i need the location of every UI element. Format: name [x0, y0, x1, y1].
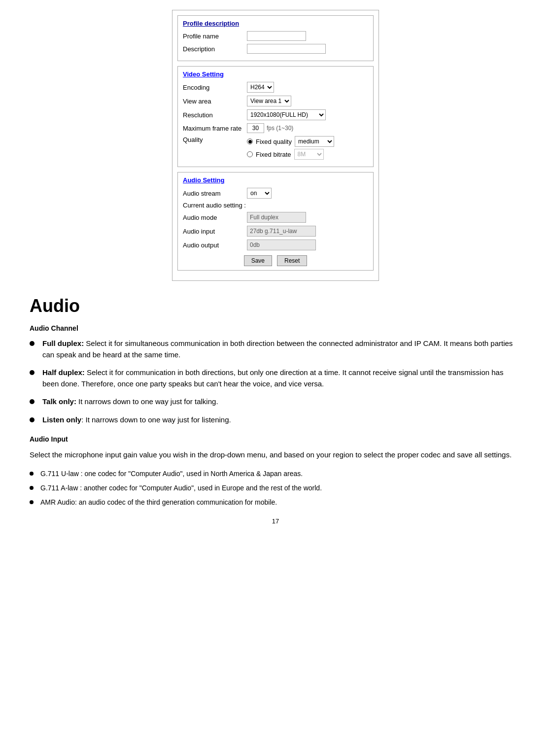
- video-setting-label: Video Setting: [183, 70, 368, 78]
- fixed-quality-select[interactable]: medium: [295, 136, 334, 147]
- save-button[interactable]: Save: [244, 255, 272, 266]
- description-input[interactable]: [247, 44, 326, 54]
- encoding-select[interactable]: H264: [247, 82, 274, 93]
- fixed-bitrate-radio[interactable]: [247, 151, 253, 157]
- reset-button[interactable]: Reset: [277, 255, 307, 266]
- audio-output-label: Audio output: [183, 241, 247, 249]
- page-number: 17: [30, 517, 521, 525]
- bullet-icon: [30, 472, 34, 476]
- audio-setting-label: Audio Setting: [183, 176, 368, 184]
- fixed-bitrate-select[interactable]: 8M: [294, 149, 324, 160]
- current-audio-label: Current audio setting :: [183, 202, 368, 209]
- audio-output-value: 0db: [247, 240, 316, 250]
- description-row: Description: [183, 44, 368, 54]
- bullet-icon: [30, 500, 34, 504]
- audio-setting-section: Audio Setting Audio stream on Current au…: [177, 172, 374, 271]
- fixed-bitrate-label: Fixed bitrate: [256, 151, 291, 158]
- bullet-icon: [30, 417, 34, 422]
- quality-options: Fixed quality medium Fixed bitrate 8M: [247, 136, 334, 160]
- audio-section: Audio Audio Channel Full duplex: Select …: [20, 296, 531, 525]
- frame-rate-label: Maximum frame rate: [183, 125, 247, 132]
- channel-item-text: Listen only: It narrows down to one way …: [42, 414, 231, 426]
- list-item: AMR Audio: an audio codec of the third g…: [30, 497, 521, 508]
- term-listen-only: Listen only: [42, 415, 81, 424]
- view-area-select[interactable]: View area 1: [247, 96, 291, 106]
- fps-unit-label: fps (1~30): [267, 125, 293, 132]
- audio-heading: Audio: [30, 296, 521, 316]
- settings-panel: Profile description Profile name Descrip…: [172, 10, 379, 281]
- input-item-text: G.711 U-law : one codec for "Computer Au…: [40, 469, 303, 479]
- profile-name-label: Profile name: [183, 33, 247, 40]
- input-bullet-list: G.711 U-law : one codec for "Computer Au…: [30, 469, 521, 508]
- fixed-bitrate-row: Fixed bitrate 8M: [247, 149, 334, 160]
- bullet-icon: [30, 399, 34, 404]
- bullet-icon: [30, 370, 34, 375]
- list-item: G.711 U-law : one codec for "Computer Au…: [30, 469, 521, 479]
- fixed-quality-label: Fixed quality: [256, 138, 292, 145]
- list-item: Talk only: It narrows down to one way ju…: [30, 396, 521, 408]
- quality-label: Quality: [183, 136, 247, 143]
- frame-rate-row: Maximum frame rate 30 fps (1~30): [183, 123, 368, 133]
- audio-input-label: Audio input: [183, 228, 247, 235]
- view-area-label: View area: [183, 98, 247, 105]
- video-setting-section: Video Setting Encoding H264 View area Vi…: [177, 66, 374, 167]
- audio-stream-row: Audio stream on: [183, 188, 368, 199]
- fixed-quality-row: Fixed quality medium: [247, 136, 334, 147]
- quality-section: Quality Fixed quality medium Fixed bitra…: [183, 136, 368, 160]
- channel-item-text: Half duplex: Select it for communication…: [42, 367, 521, 389]
- profile-name-row: Profile name: [183, 31, 368, 41]
- channel-item-text: Talk only: It narrows down to one way ju…: [42, 396, 218, 408]
- channel-heading: Audio Channel: [30, 324, 521, 332]
- encoding-row: Encoding H264: [183, 82, 368, 93]
- list-item: G.711 A-law : another codec for "Compute…: [30, 483, 521, 493]
- channel-bullet-list: Full duplex: Select it for simultaneous …: [30, 338, 521, 425]
- bullet-icon: [30, 341, 34, 346]
- audio-output-row: Audio output 0db: [183, 240, 368, 250]
- input-item-text: AMR Audio: an audio codec of the third g…: [40, 497, 277, 508]
- view-area-row: View area View area 1: [183, 96, 368, 106]
- profile-description-section: Profile description Profile name Descrip…: [177, 15, 374, 61]
- list-item: Full duplex: Select it for simultaneous …: [30, 338, 521, 360]
- list-item: Listen only: It narrows down to one way …: [30, 414, 521, 426]
- term-half-duplex: Half duplex:: [42, 368, 85, 377]
- resolution-label: Resclution: [183, 111, 247, 119]
- profile-name-input[interactable]: [247, 31, 306, 41]
- profile-description-label: Profile description: [183, 20, 368, 27]
- frame-rate-input[interactable]: 30: [247, 123, 264, 133]
- input-item-text: G.711 A-law : another codec for "Compute…: [40, 483, 322, 493]
- audio-mode-row: Audio mode Full duplex: [183, 212, 368, 223]
- channel-item-text: Full duplex: Select it for simultaneous …: [42, 338, 521, 360]
- term-talk-only: Talk only:: [42, 397, 76, 406]
- list-item: Half duplex: Select it for communication…: [30, 367, 521, 389]
- bullet-icon: [30, 486, 34, 490]
- audio-mode-label: Audio mode: [183, 214, 247, 221]
- fixed-quality-radio[interactable]: [247, 138, 253, 144]
- audio-mode-value: Full duplex: [247, 212, 306, 223]
- input-paragraph: Select the microphone input gain value y…: [30, 449, 521, 461]
- description-label: Description: [183, 45, 247, 53]
- input-heading: Audio Input: [30, 435, 521, 443]
- encoding-label: Encoding: [183, 84, 247, 91]
- audio-stream-select[interactable]: on: [247, 188, 272, 199]
- audio-input-row: Audio input 27db g.711_u-law: [183, 226, 368, 237]
- audio-stream-label: Audio stream: [183, 190, 247, 197]
- audio-input-value: 27db g.711_u-law: [247, 226, 316, 237]
- button-row: Save Reset: [183, 255, 368, 266]
- resolution-row: Resclution 1920x1080(FULL HD): [183, 109, 368, 120]
- term-full-duplex: Full duplex:: [42, 339, 84, 347]
- resolution-select[interactable]: 1920x1080(FULL HD): [247, 109, 326, 120]
